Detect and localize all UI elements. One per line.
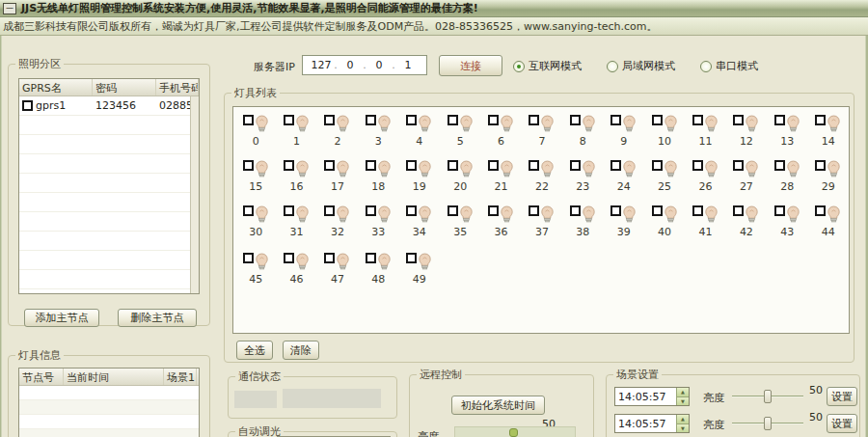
- lamp-checkbox[interactable]: [243, 205, 254, 216]
- lamp-checkbox[interactable]: [366, 205, 376, 216]
- scene-set-button[interactable]: 设置: [827, 414, 857, 433]
- scene-set-button[interactable]: 设置: [827, 387, 857, 406]
- lamp-info-column-header[interactable]: 场景1: [164, 369, 197, 385]
- scene-brightness-slider[interactable]: [732, 390, 803, 403]
- lamp-checkbox[interactable]: [366, 115, 376, 125]
- lamp-checkbox[interactable]: [406, 205, 417, 216]
- lamp-checkbox[interactable]: [570, 160, 581, 171]
- lamp-checkbox[interactable]: [733, 160, 744, 171]
- lamp-checkbox[interactable]: [733, 115, 744, 125]
- lamp-checkbox[interactable]: [610, 160, 621, 171]
- connect-button[interactable]: 连接: [439, 55, 502, 76]
- ip-segment-3[interactable]: 0: [367, 59, 391, 71]
- lamp-checkbox[interactable]: [488, 160, 499, 171]
- lamp-checkbox[interactable]: [692, 205, 703, 216]
- time-spinner-buttons[interactable]: ▲▼: [676, 388, 689, 405]
- lamp-checkbox[interactable]: [284, 253, 294, 263]
- lamp-controls: [448, 160, 474, 179]
- lamp-checkbox[interactable]: [488, 205, 499, 216]
- lamp-checkbox[interactable]: [406, 115, 417, 125]
- lamp-checkbox[interactable]: [774, 205, 785, 216]
- scene-time-spinner[interactable]: 14:05:57 ▲▼: [614, 414, 690, 433]
- lamp-checkbox[interactable]: [692, 160, 703, 171]
- init-system-time-button[interactable]: 初始化系统时间: [451, 396, 545, 415]
- lamp-checkbox[interactable]: [243, 253, 254, 263]
- lamp-checkbox[interactable]: [284, 160, 294, 171]
- lamp-checkbox[interactable]: [284, 115, 294, 125]
- remote-slider-thumb[interactable]: [509, 428, 518, 437]
- window-icon[interactable]: —: [3, 3, 16, 14]
- partition-scrollbar[interactable]: [190, 96, 199, 293]
- lamp-checkbox[interactable]: [570, 205, 581, 216]
- lamp-checkbox[interactable]: [406, 160, 417, 171]
- lamp-checkbox[interactable]: [448, 205, 458, 216]
- ip-segment-4[interactable]: 1: [396, 59, 420, 71]
- ip-segment-2[interactable]: 0: [339, 59, 362, 71]
- lamp-checkbox[interactable]: [448, 160, 458, 171]
- lamp-checkbox[interactable]: [774, 115, 785, 125]
- radio-icon[interactable]: [513, 61, 525, 72]
- empty-row: [19, 386, 199, 400]
- lamp-checkbox[interactable]: [815, 115, 826, 125]
- lamp-item-49: 49: [399, 253, 440, 286]
- slider-thumb[interactable]: [764, 417, 772, 430]
- mode-radio-3[interactable]: 串口模式: [700, 59, 758, 73]
- add-master-node-button[interactable]: 添加主节点: [24, 309, 99, 327]
- lamp-checkbox[interactable]: [610, 115, 621, 125]
- lamp-controls: [406, 115, 432, 134]
- lamp-checkbox[interactable]: [529, 160, 539, 171]
- lamp-checkbox[interactable]: [570, 115, 581, 125]
- time-spinner-buttons[interactable]: ▲▼: [676, 415, 689, 432]
- lamp-checkbox[interactable]: [815, 160, 826, 171]
- lamp-info-column-header[interactable]: 当前时间: [64, 369, 164, 385]
- spinner-up-icon[interactable]: ▲: [677, 415, 689, 424]
- lamp-checkbox[interactable]: [324, 160, 335, 171]
- lamp-checkbox[interactable]: [324, 205, 335, 216]
- mode-radio-1[interactable]: 互联网模式: [513, 59, 582, 73]
- lamp-checkbox[interactable]: [774, 160, 785, 171]
- gprs-checkbox[interactable]: [22, 100, 33, 111]
- lamp-checkbox[interactable]: [692, 115, 703, 125]
- partition-column-header[interactable]: 手机号码: [156, 79, 199, 96]
- lamp-checkbox[interactable]: [366, 160, 376, 171]
- clear-button[interactable]: 清除: [283, 341, 319, 360]
- radio-icon[interactable]: [607, 61, 618, 72]
- lamp-checkbox[interactable]: [733, 205, 744, 216]
- lamp-checkbox[interactable]: [324, 115, 335, 125]
- lamp-checkbox[interactable]: [243, 115, 254, 125]
- lamp-checkbox[interactable]: [652, 205, 663, 216]
- spinner-down-icon[interactable]: ▼: [677, 424, 689, 433]
- lamp-checkbox[interactable]: [529, 205, 539, 216]
- server-ip-input[interactable]: 127.0.0.1: [302, 55, 427, 75]
- lamp-checkbox[interactable]: [284, 205, 294, 216]
- lamp-number: 30: [249, 226, 262, 238]
- lamp-checkbox[interactable]: [652, 115, 663, 125]
- lamp-checkbox[interactable]: [529, 115, 539, 125]
- slider-thumb[interactable]: [764, 390, 772, 403]
- lamp-checkbox[interactable]: [610, 205, 621, 216]
- scene-brightness-slider[interactable]: [732, 417, 803, 430]
- partition-column-header[interactable]: 密码: [93, 79, 156, 96]
- lamp-checkbox[interactable]: [366, 253, 376, 263]
- scene-time-spinner[interactable]: 14:05:57 ▲▼: [614, 387, 690, 406]
- bulb-icon: [255, 253, 269, 274]
- lamp-checkbox[interactable]: [652, 160, 663, 171]
- partition-row[interactable]: gprs1123456028853385: [19, 96, 199, 116]
- ip-segment-1[interactable]: 127: [310, 59, 333, 71]
- remote-brightness-slider[interactable]: [454, 426, 576, 437]
- remove-master-node-button[interactable]: 删除主节点: [118, 309, 197, 327]
- lamp-controls: [652, 205, 678, 225]
- spinner-down-icon[interactable]: ▼: [677, 397, 689, 406]
- lamp-checkbox[interactable]: [243, 160, 254, 171]
- lamp-checkbox[interactable]: [488, 115, 499, 125]
- lamp-checkbox[interactable]: [324, 253, 335, 263]
- lamp-info-column-header[interactable]: 节点号: [19, 369, 64, 385]
- lamp-checkbox[interactable]: [406, 253, 417, 263]
- select-all-button[interactable]: 全选: [236, 341, 273, 360]
- partition-column-header[interactable]: GPRS名: [19, 79, 93, 96]
- radio-icon[interactable]: [700, 61, 712, 72]
- mode-radio-2[interactable]: 局域网模式: [607, 59, 675, 73]
- lamp-checkbox[interactable]: [815, 205, 826, 216]
- spinner-up-icon[interactable]: ▲: [677, 388, 689, 397]
- lamp-checkbox[interactable]: [448, 115, 458, 125]
